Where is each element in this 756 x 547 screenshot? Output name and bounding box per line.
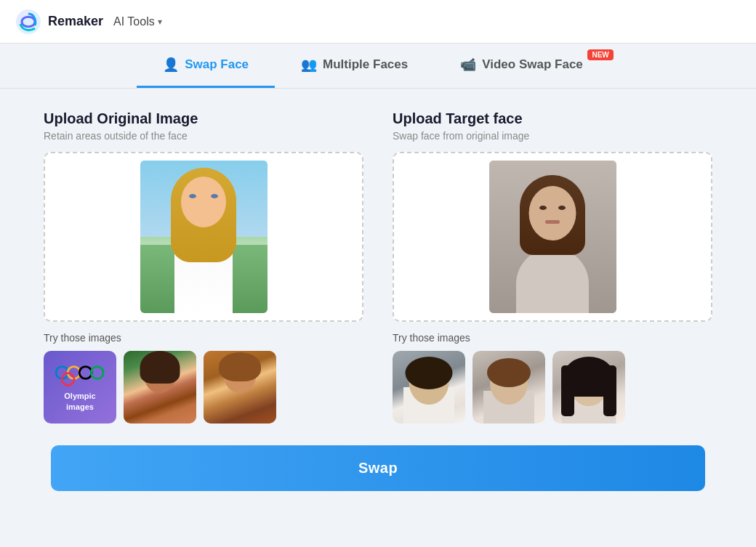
main-content: Upload Original Image Retain areas outsi… (0, 89, 756, 513)
logo-area: Remaker AI Tools ▾ (15, 8, 162, 36)
ai-tools-label: AI Tools (113, 15, 155, 28)
tab-video-swap-face-label: Video Swap Face (482, 57, 583, 72)
tab-swap-face[interactable]: 👤 Swap Face (137, 44, 275, 88)
original-try-label: Try those images (44, 332, 363, 344)
thumb-man[interactable] (393, 351, 465, 424)
target-try-label: Try those images (393, 332, 712, 344)
chevron-down-icon: ▾ (158, 17, 162, 27)
target-thumbnails (393, 351, 712, 424)
header: Remaker AI Tools ▾ (0, 0, 756, 44)
new-badge: NEW (587, 49, 613, 60)
tab-multiple-faces-label: Multiple Faces (323, 57, 408, 72)
target-subtitle: Swap face from original image (393, 130, 712, 142)
video-icon: 📹 (460, 57, 476, 73)
thumb-woman2[interactable] (204, 351, 276, 424)
original-thumbnails: Olympic images (44, 351, 363, 424)
tab-multiple-faces[interactable]: 👥 Multiple Faces (275, 44, 434, 88)
target-upload-box[interactable] (393, 152, 712, 322)
svg-point-4 (91, 367, 103, 379)
original-image-section: Upload Original Image Retain areas outsi… (44, 110, 363, 424)
tab-swap-face-label: Swap Face (185, 57, 249, 72)
thumb-asian-woman[interactable] (552, 351, 625, 424)
olympic-label: Olympic images (49, 391, 110, 412)
target-title: Upload Target face (393, 110, 712, 127)
swap-button-container: Swap (44, 445, 712, 491)
thumb-olympic[interactable]: Olympic images (44, 351, 116, 424)
swap-button[interactable]: Swap (51, 445, 705, 491)
ai-tools-menu[interactable]: AI Tools ▾ (113, 15, 162, 28)
original-upload-box[interactable] (44, 152, 363, 322)
remaker-logo (15, 8, 42, 36)
person-icon: 👤 (163, 57, 179, 73)
tabs-nav: 👤 Swap Face 👥 Multiple Faces 📹 Video Swa… (0, 44, 756, 89)
target-image-section: Upload Target face Swap face from origin… (393, 110, 712, 424)
thumb-woman1[interactable] (124, 351, 196, 424)
thumb-woman3[interactable] (472, 351, 545, 424)
people-icon: 👥 (301, 57, 317, 73)
original-title: Upload Original Image (44, 110, 363, 127)
two-column-layout: Upload Original Image Retain areas outsi… (44, 110, 712, 424)
original-subtitle: Retain areas outside of the face (44, 130, 363, 142)
brand-name: Remaker (48, 14, 103, 29)
tab-video-swap-face[interactable]: 📹 Video Swap Face NEW (434, 44, 619, 88)
olympic-rings-icon (55, 362, 105, 388)
svg-point-3 (79, 367, 92, 379)
